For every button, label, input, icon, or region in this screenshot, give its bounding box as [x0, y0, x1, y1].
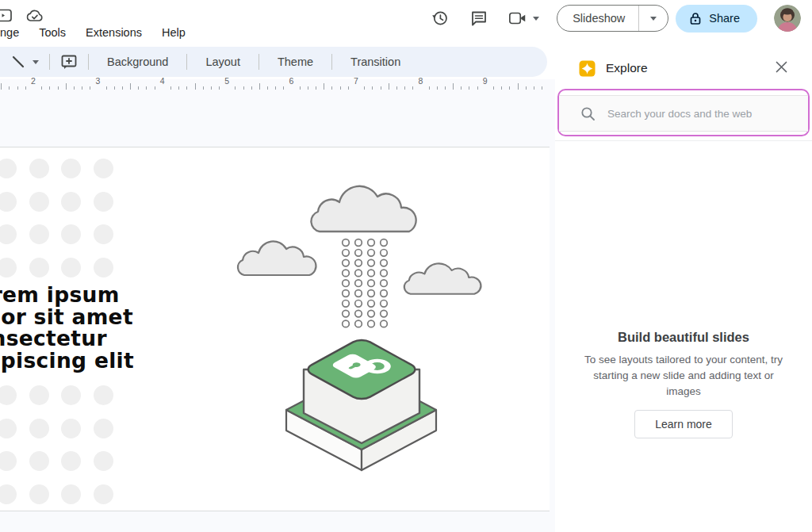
topbar-actions: Slideshow Share — [431, 2, 801, 34]
rain-dot — [343, 250, 350, 257]
toolbar-separator — [186, 54, 187, 70]
pattern-dot — [94, 419, 113, 438]
cloud-left — [238, 241, 316, 275]
chevron-down-icon — [33, 60, 39, 64]
version-history-icon[interactable] — [431, 9, 450, 28]
rain-dot — [381, 300, 388, 308]
ruler-tick — [114, 86, 115, 90]
ruler-tick — [251, 86, 252, 90]
ruler-tick — [259, 83, 260, 90]
close-icon[interactable] — [776, 61, 787, 73]
pattern-dot — [29, 192, 49, 212]
ruler-tick — [275, 86, 276, 90]
rain-dot — [381, 280, 388, 287]
search-input[interactable] — [607, 108, 808, 120]
pattern-dot — [61, 192, 81, 212]
ruler-tick — [501, 86, 502, 90]
meet-camera-icon[interactable] — [508, 9, 527, 28]
ruler-tick — [106, 86, 107, 90]
pattern-dot — [0, 159, 17, 178]
ruler-number: 5 — [224, 76, 229, 86]
pattern-dot — [0, 224, 17, 244]
menu-item-tools[interactable]: Tools — [35, 25, 70, 40]
pattern-dot — [94, 484, 113, 504]
rain-dot — [355, 280, 362, 287]
promo-title: Build beautiful slides — [575, 330, 792, 345]
ruler-tick — [49, 86, 50, 90]
line-tool-button[interactable] — [8, 51, 29, 73]
pattern-dot — [94, 258, 113, 277]
ruler-tick — [324, 83, 324, 90]
pattern-dot — [0, 192, 17, 212]
explore-icon — [579, 60, 596, 80]
ruler-tick — [518, 83, 519, 90]
pattern-dot — [0, 451, 17, 471]
ruler-number: 6 — [289, 76, 294, 86]
ruler-tick — [534, 86, 534, 90]
menu-item-arrange[interactable]: nge — [0, 25, 23, 40]
add-comment-button[interactable] — [58, 51, 80, 73]
rain-dot — [368, 239, 375, 247]
rain-dot — [381, 239, 388, 247]
explore-search-bar[interactable] — [559, 95, 808, 132]
ruler-tick — [17, 86, 18, 90]
slideshow-button[interactable]: Slideshow — [557, 6, 638, 31]
ruler-tick — [308, 86, 308, 90]
ruler-tick — [469, 86, 469, 90]
presentation-icon — [0, 6, 13, 25]
menu-item-help[interactable]: Help — [158, 25, 190, 40]
transition-button[interactable]: Transition — [340, 51, 411, 73]
menu-item-extensions[interactable]: Extensions — [82, 25, 146, 40]
ruler-tick — [340, 86, 341, 90]
ruler-tick — [316, 86, 316, 90]
ruler-number: 7 — [354, 76, 358, 86]
slide[interactable]: Lorem ipsum dolor sit amet consectetur a… — [0, 147, 550, 511]
ruler-tick — [331, 86, 332, 90]
pattern-dot — [0, 484, 17, 504]
ruler-tick — [58, 86, 59, 90]
line-tool-dropdown[interactable] — [29, 57, 41, 67]
ruler-tick — [74, 86, 75, 90]
ruler-tick — [267, 86, 268, 90]
rain-dot — [368, 310, 375, 317]
pattern-dot — [61, 385, 81, 405]
pattern-dot — [29, 224, 49, 244]
slideshow-dropdown-button[interactable] — [639, 6, 668, 31]
rain-dot — [355, 310, 362, 317]
slideshow-split-button: Slideshow — [557, 5, 668, 32]
panel-divider — [555, 140, 812, 141]
background-button[interactable]: Background — [97, 51, 178, 73]
lock-icon — [689, 12, 702, 25]
topbar: nge Tools Extensions Help Slideshow — [0, 0, 812, 44]
ruler-tick — [461, 86, 462, 90]
learn-more-button[interactable]: Learn more — [634, 410, 733, 438]
rain-dot — [355, 300, 362, 308]
pattern-dot — [61, 258, 81, 277]
explore-title: Explore — [606, 61, 648, 75]
ruler-tick — [477, 86, 478, 90]
pattern-dot — [61, 451, 81, 471]
rain-dot — [355, 259, 362, 266]
ruler-number: 8 — [418, 76, 423, 86]
layout-button[interactable]: Layout — [195, 51, 251, 73]
ruler-tick — [203, 86, 204, 90]
pattern-dot — [0, 419, 17, 438]
theme-button[interactable]: Theme — [267, 51, 324, 73]
pattern-dot — [61, 159, 81, 178]
avatar[interactable] — [774, 5, 801, 32]
toolbar-separator — [331, 54, 332, 70]
pattern-dot — [29, 451, 49, 471]
pattern-dot — [29, 419, 49, 438]
camera-dropdown-caret-icon[interactable] — [533, 17, 539, 21]
pattern-dot — [0, 385, 17, 405]
ruler: 23456789 — [0, 77, 550, 90]
rain-dot-grid — [343, 239, 388, 327]
share-button[interactable]: Share — [676, 5, 757, 33]
comments-icon[interactable] — [469, 9, 488, 28]
ruler-tick — [41, 86, 42, 90]
cloud-security-illustration[interactable] — [230, 182, 492, 477]
rain-dot — [343, 270, 350, 277]
slide-text-line: adipiscing elit — [0, 350, 134, 372]
slide-title-text[interactable]: Lorem ipsum dolor sit amet consectetur a… — [0, 284, 134, 371]
rain-dot — [343, 320, 350, 327]
